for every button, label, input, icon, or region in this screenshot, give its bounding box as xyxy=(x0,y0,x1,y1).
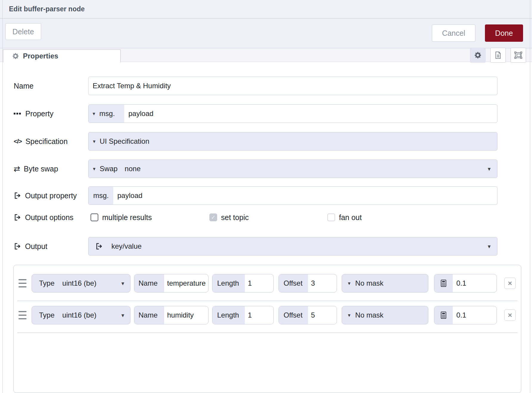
calculator-icon xyxy=(439,311,448,319)
name-input[interactable] xyxy=(88,77,497,95)
specification-value: UI Specification xyxy=(100,137,150,146)
properties-view-button[interactable] xyxy=(470,48,486,63)
dialog-header: Edit buffer-parser node xyxy=(0,0,532,18)
code-icon: </> xyxy=(14,138,22,145)
dialog-left-edge xyxy=(2,0,3,393)
item-type-select[interactable]: Type uint16 (be) ▾ xyxy=(32,274,130,293)
item-scale-input[interactable] xyxy=(453,306,497,324)
swap-icon: ⇄ xyxy=(14,165,20,173)
item-offset-prefix: Offset xyxy=(279,306,308,324)
property-type-button[interactable]: ▾ msg. xyxy=(88,105,124,123)
caret-down-icon: ▾ xyxy=(348,281,351,286)
specification-label: </> Specification xyxy=(14,132,68,151)
item-offset-input[interactable] xyxy=(308,306,337,324)
item-name-prefix: Name xyxy=(134,306,164,324)
byte-swap-type-label: Swap xyxy=(100,165,118,173)
item-name-input[interactable] xyxy=(164,274,208,292)
item-length-prefix: Length xyxy=(212,306,245,324)
name-field xyxy=(88,77,497,95)
item-name-input[interactable] xyxy=(164,306,208,324)
dialog-title: Edit buffer-parser node xyxy=(9,5,85,13)
output-select[interactable]: key/value ▾ xyxy=(88,237,497,256)
tab-bar: Properties xyxy=(0,48,532,62)
item-offset-field: Offset xyxy=(279,306,337,324)
delete-button[interactable]: Delete xyxy=(5,23,41,40)
group-icon xyxy=(514,51,522,59)
output-property-field: msg. xyxy=(88,186,497,205)
sign-out-icon xyxy=(14,242,21,250)
property-value-input[interactable] xyxy=(124,105,497,123)
output-label: Output xyxy=(14,237,47,256)
caret-down-icon: ▾ xyxy=(121,312,124,318)
item-length-prefix: Length xyxy=(212,274,245,292)
remove-item-button[interactable]: × xyxy=(504,278,516,289)
appearance-view-button[interactable] xyxy=(511,48,526,63)
multiple-results-checkbox[interactable]: ✓ multiple results xyxy=(91,210,152,225)
name-label: Name xyxy=(14,77,34,95)
gear-icon xyxy=(12,52,19,60)
edit-node-dialog: { "dialog": { "title": "Edit buffer-pars… xyxy=(0,0,532,393)
caret-down-icon: ▾ xyxy=(121,281,124,286)
item-mask-select[interactable]: ▾ No mask xyxy=(342,306,428,324)
sign-out-icon xyxy=(14,213,21,221)
action-bar: Delete Cancel Done xyxy=(0,18,532,48)
item-offset-field: Offset xyxy=(279,274,337,293)
row-separator xyxy=(17,301,517,301)
dialog-right-edge xyxy=(530,0,530,393)
item-mask-value: No mask xyxy=(355,311,384,319)
document-icon xyxy=(494,51,502,59)
calculator-icon xyxy=(439,279,448,287)
property-label: Property xyxy=(14,104,53,123)
check-icon: ✓ xyxy=(211,215,215,220)
item-name-field: Name xyxy=(134,306,209,324)
caret-down-icon: ▾ xyxy=(488,244,491,249)
tab-label: Properties xyxy=(23,52,58,60)
item-scale-field xyxy=(434,306,497,324)
item-offset-input[interactable] xyxy=(308,274,337,292)
property-field: ▾ msg. xyxy=(88,104,497,123)
item-scale-field xyxy=(434,274,497,293)
tab-properties[interactable]: Properties xyxy=(3,49,121,62)
item-type-value: uint16 (be) xyxy=(62,311,97,319)
output-property-type-label: msg. xyxy=(88,187,113,205)
caret-down-icon: ▾ xyxy=(348,313,351,318)
specification-select[interactable]: ▾ UI Specification xyxy=(88,132,497,151)
gear-icon xyxy=(474,51,482,59)
item-length-input[interactable] xyxy=(245,306,273,324)
item-scale-prefix xyxy=(434,306,453,324)
item-length-input[interactable] xyxy=(245,274,273,292)
byte-swap-value[interactable]: none xyxy=(125,165,141,173)
property-type-label: msg. xyxy=(99,109,115,118)
parse-item-row: Type uint16 (be) ▾ Name Length Offset ▾ … xyxy=(14,306,521,324)
item-mask-select[interactable]: ▾ No mask xyxy=(342,274,428,293)
byte-swap-field: ▾ Swap none ▾ xyxy=(88,160,497,178)
item-scale-input[interactable] xyxy=(453,274,497,292)
remove-item-button[interactable]: × xyxy=(504,310,516,321)
ellipsis-icon xyxy=(14,113,22,115)
drag-handle-icon[interactable] xyxy=(18,279,27,287)
item-offset-prefix: Offset xyxy=(279,274,308,292)
caret-down-icon: ▾ xyxy=(93,166,96,171)
sign-out-icon xyxy=(95,242,103,250)
cancel-button[interactable]: Cancel xyxy=(432,24,475,42)
sign-out-icon xyxy=(14,192,21,199)
fan-out-checkbox[interactable]: ✓ fan out xyxy=(327,210,362,225)
description-view-button[interactable] xyxy=(490,48,506,63)
output-options-label: Output options xyxy=(14,210,74,225)
set-topic-checkbox[interactable]: ✓ set topic xyxy=(209,210,249,225)
items-container: Type uint16 (be) ▾ Name Length Offset ▾ … xyxy=(13,265,521,393)
item-name-prefix: Name xyxy=(134,274,164,292)
item-scale-prefix xyxy=(434,274,453,292)
remove-icon: × xyxy=(508,311,512,319)
done-button[interactable]: Done xyxy=(485,24,523,42)
byte-swap-label: ⇄ Byte swap xyxy=(14,160,58,178)
checkbox-box: ✓ xyxy=(209,213,217,221)
output-property-value-input[interactable] xyxy=(113,187,497,205)
item-type-select[interactable]: Type uint16 (be) ▾ xyxy=(32,306,130,324)
drag-handle-icon[interactable] xyxy=(18,311,27,319)
parse-item-row: Type uint16 (be) ▾ Name Length Offset ▾ … xyxy=(14,274,521,293)
item-type-value: uint16 (be) xyxy=(62,279,97,287)
caret-down-icon: ▾ xyxy=(93,139,96,144)
byte-swap-type-button[interactable]: ▾ Swap xyxy=(88,160,118,178)
output-property-label: Output property xyxy=(14,186,77,205)
